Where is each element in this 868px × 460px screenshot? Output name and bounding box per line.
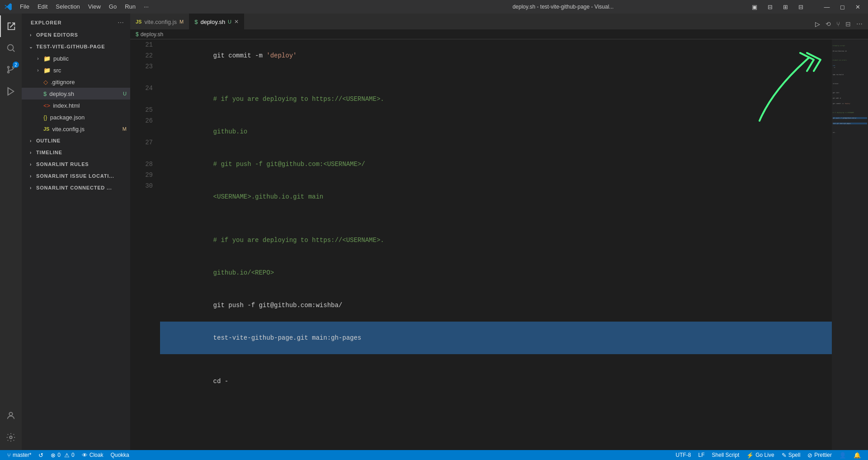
menu-edit[interactable]: Edit	[34, 0, 51, 14]
source-control-activity-icon[interactable]: 2	[0, 59, 22, 81]
project-chevron: ⌄	[27, 44, 34, 49]
file-deploy-sh[interactable]: › $ deploy.sh U	[22, 88, 130, 100]
code-content[interactable]: git commit -m 'deploy' # if you are depl…	[153, 39, 832, 450]
code-line-28	[160, 354, 832, 365]
encoding-label: UTF-8	[676, 452, 691, 458]
line-ending-label: LF	[698, 452, 705, 458]
status-cloak[interactable]: 👁 Cloak	[78, 450, 107, 460]
sonarlint-issues-section[interactable]: › SONARLINT ISSUE LOCATI...	[22, 170, 130, 182]
status-remote[interactable]: 👤	[835, 450, 850, 460]
sidebar-header: EXPLORER ⋯	[22, 14, 130, 29]
source-control-badge: 2	[13, 62, 19, 68]
vscode-logo	[4, 2, 13, 11]
more-actions-tab-icon[interactable]: ⋯	[854, 19, 864, 29]
run-debug-activity-icon[interactable]	[0, 81, 22, 102]
title-menu: File Edit Selection View Go Run ···	[16, 0, 378, 14]
source-control-tab-icon[interactable]: ⑂	[835, 19, 842, 29]
code-line-26b: github.io/<REPO>	[160, 256, 832, 289]
folder-public[interactable]: › 📁 public	[22, 52, 130, 64]
deploy-badge: U	[123, 91, 127, 96]
activity-bar: 2	[0, 14, 22, 450]
project-section[interactable]: ⌄ TEST-VITE-GITHUB-PAGE	[22, 41, 130, 52]
status-errors[interactable]: ⊗ 0 ⚠ 0	[47, 450, 78, 460]
customize-layout-icon[interactable]: ⊟	[794, 0, 807, 14]
menu-view[interactable]: View	[85, 0, 104, 14]
cloak-icon: 👁	[82, 452, 88, 459]
status-prettier[interactable]: ⊘ Prettier	[804, 450, 835, 460]
timeline-section[interactable]: › TIMELINE	[22, 147, 130, 158]
status-spell[interactable]: ✎ Spell	[778, 450, 804, 460]
layout-toggle-icon[interactable]: ▣	[748, 0, 761, 14]
minimize-button[interactable]: —	[820, 0, 834, 14]
status-branch[interactable]: ⑂ master*	[4, 450, 35, 460]
editor-area: JS vite.config.js M $ deploy.sh U ✕ ▷ ⟲ …	[130, 14, 868, 450]
deploy-tab-close[interactable]: ✕	[234, 19, 239, 25]
close-button[interactable]: ✕	[851, 0, 864, 14]
tab-vite-config[interactable]: JS vite.config.js M	[130, 14, 189, 29]
status-line-ending[interactable]: LF	[695, 450, 708, 460]
outline-chevron: ›	[27, 138, 34, 143]
folder-src[interactable]: › 📁 src	[22, 64, 130, 76]
code-line-23b: github.io	[160, 115, 832, 148]
error-icon: ⊗	[51, 452, 56, 459]
panel-layout-icon[interactable]: ⊞	[778, 0, 792, 14]
file-vite-config[interactable]: › JS vite.config.js M	[22, 123, 130, 135]
sidebar-more-icon[interactable]: ⋯	[117, 18, 125, 27]
explorer-activity-icon[interactable]	[0, 15, 22, 37]
code-line-21: git commit -m 'deploy'	[160, 39, 832, 72]
gitignore-label: .gitignore	[51, 79, 130, 85]
svg-marker-6	[8, 88, 14, 95]
go-live-label: Go Live	[755, 452, 774, 458]
sonarlint-connected-section[interactable]: › SONARLINT CONNECTED ...	[22, 182, 130, 194]
file-gitignore[interactable]: › ◇ .gitignore	[22, 76, 130, 88]
gitignore-icon: ◇	[43, 79, 48, 85]
prettier-icon: ⊘	[807, 452, 812, 459]
code-line-24a: # git push -f git@github.com:<USERNAME>/	[160, 148, 832, 180]
split-editor-icon[interactable]: ⊟	[763, 0, 777, 14]
menu-selection[interactable]: Selection	[52, 0, 83, 14]
run-file-icon[interactable]: ▷	[813, 19, 822, 29]
project-label: TEST-VITE-GITHUB-PAGE	[36, 44, 105, 49]
open-editors-label: OPEN EDITORS	[36, 32, 78, 38]
settings-activity-icon[interactable]	[0, 427, 22, 448]
sync-icon: ↺	[38, 452, 43, 459]
menu-go[interactable]: Go	[105, 0, 120, 14]
window-title: deploy.sh - test-vite-github-page - Visu…	[382, 4, 744, 10]
quokka-label: Quokka	[110, 452, 129, 458]
status-notifications[interactable]: 🔔	[850, 450, 864, 460]
file-index-html[interactable]: › <> index.html	[22, 100, 130, 111]
file-package-json[interactable]: › {} package.json	[22, 111, 130, 123]
line-numbers: 21 22 23 24 25 26 27 28 29 30	[130, 39, 153, 450]
status-language[interactable]: Shell Script	[708, 450, 743, 460]
split-editor-tab-icon[interactable]: ⊟	[844, 19, 853, 29]
src-chevron: ›	[34, 68, 42, 73]
account-activity-icon[interactable]	[0, 405, 22, 427]
open-changes-icon[interactable]: ⟲	[824, 19, 833, 29]
window-controls: ▣ ⊟ ⊞ ⊟ — ◻ ✕	[748, 0, 864, 14]
svg-point-8	[9, 413, 12, 416]
status-sync[interactable]: ↺	[35, 450, 47, 460]
sonarlint-connected-chevron: ›	[27, 185, 34, 190]
menu-file[interactable]: File	[16, 0, 33, 14]
warning-count: 0	[71, 452, 75, 458]
status-quokka[interactable]: Quokka	[107, 450, 132, 460]
breadcrumb-file[interactable]: deploy.sh	[141, 31, 163, 38]
outline-section[interactable]: › OUTLINE	[22, 135, 130, 147]
tab-deploy-sh[interactable]: $ deploy.sh U ✕	[189, 14, 244, 29]
menu-run[interactable]: Run	[121, 0, 139, 14]
sonarlint-rules-section[interactable]: › SONARLINT RULES	[22, 158, 130, 170]
status-go-live[interactable]: ⚡ Go Live	[743, 450, 778, 460]
restore-button[interactable]: ◻	[835, 0, 849, 14]
language-label: Shell Script	[712, 452, 740, 458]
search-activity-icon[interactable]	[0, 37, 22, 59]
status-encoding[interactable]: UTF-8	[672, 450, 695, 460]
open-editors-section[interactable]: › OPEN EDITORS	[22, 29, 130, 41]
src-folder-icon: 📁	[43, 67, 51, 74]
deploy-icon: $	[43, 90, 47, 97]
code-line-22	[160, 72, 832, 83]
code-editor[interactable]: 21 22 23 24 25 26 27 28 29 30 git	[130, 39, 868, 450]
sonarlint-issues-chevron: ›	[27, 174, 34, 179]
menu-more[interactable]: ···	[140, 0, 152, 14]
tab-bar-actions: ▷ ⟲ ⑂ ⊟ ⋯	[810, 19, 868, 29]
json-icon: {}	[43, 114, 47, 121]
